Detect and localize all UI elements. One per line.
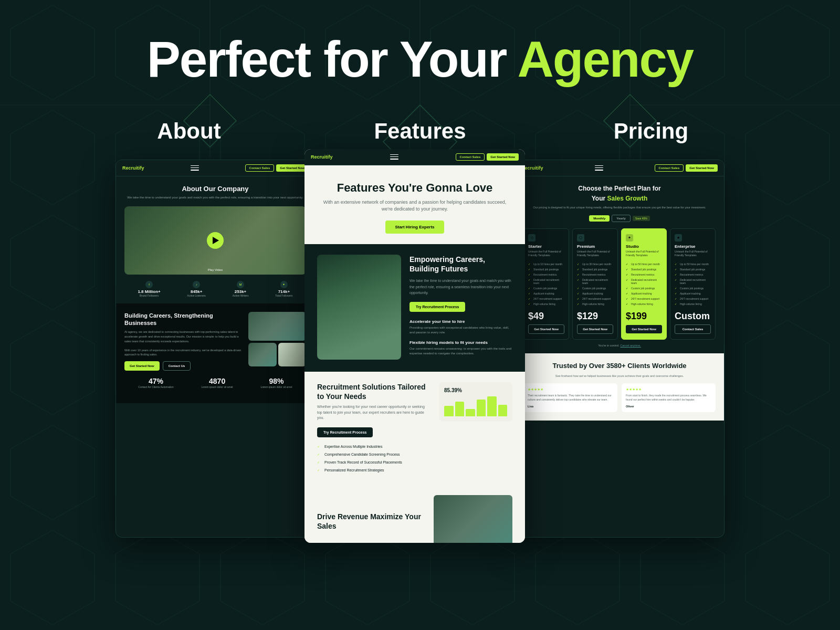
pricing-plans: ◇ Starter Unleash the Full Potential of … <box>523 228 716 340</box>
premium-feat5: Custom job postings <box>577 286 613 291</box>
features-list: Expertise Across Multiple Industries Com… <box>317 443 430 474</box>
studio-feat1: Up to 50 hires per month <box>626 261 662 267</box>
enterprise-feat1: Up to 50 hires per month <box>675 261 711 267</box>
main-wrapper: Perfect for Your Agency About Features P… <box>0 0 840 630</box>
starter-feat5: Custom job postings <box>528 286 564 291</box>
features-cta-btn[interactable]: Get Started Now <box>487 153 519 161</box>
enterprise-price: Custom <box>675 311 711 322</box>
stat3-value: 253k+ <box>233 289 249 294</box>
features-bottom-image <box>434 495 512 543</box>
studio-plan: ✦ Studio Unleash the Full Potential of F… <box>621 228 667 340</box>
about-contact-btn[interactable]: Contact Sales <box>245 164 275 172</box>
chart-bar-2 <box>455 402 465 416</box>
bottom-stat2: 4870 Lorem ipsum dolor sit amet <box>201 377 233 388</box>
stat3-label: Active Writers <box>233 294 249 297</box>
video-thumbnail[interactable]: Play Video <box>124 206 306 275</box>
video-label: Play Video <box>208 268 223 271</box>
stat2-value: 845k+ <box>187 289 206 294</box>
chart-bar-5 <box>487 396 497 416</box>
features-chart-area: 85.39% <box>439 382 512 474</box>
studio-name: Studio <box>626 244 662 249</box>
about-navbar: Recruitify Contact Sales Get Started Now <box>116 160 314 176</box>
starter-icon: ◇ <box>528 234 536 242</box>
about-cta-btn[interactable]: Get Started Now <box>276 164 308 172</box>
control-text: You're in control. <box>598 344 620 347</box>
features-menu-icon[interactable] <box>390 154 398 160</box>
stat4-value: 714k+ <box>275 289 292 294</box>
bottom-stat1-label: Contact for Clients Automation <box>138 385 174 388</box>
section2-img-top <box>248 312 306 341</box>
pricing-cta-btn[interactable]: Get Started Now <box>686 164 718 172</box>
pricing-menu-icon[interactable] <box>595 165 603 171</box>
mini-chart <box>444 395 507 416</box>
enterprise-feat7: 24/7 recruitment support <box>675 296 711 301</box>
yearly-toggle[interactable]: Yearly <box>612 215 631 222</box>
premium-feat8: High-volume hiring <box>577 301 613 307</box>
about-menu-icon[interactable] <box>191 165 199 171</box>
features-drive-revenue-section: Drive Revenue Maximize Your Sales <box>304 485 525 543</box>
features-s2-title: Recruitment Solutions Tailored to Your N… <box>317 382 430 401</box>
starter-feat3: Recruitment metrics <box>528 272 564 277</box>
features-empowering-section: Empowering Careers, Building Futures We … <box>304 244 525 372</box>
stat2-label: Active Listeners <box>187 294 206 297</box>
studio-feat2: Standard job postings <box>626 267 662 272</box>
premium-feat4: Dedicated recruitment team <box>577 277 613 286</box>
features-section1-sub: We take the time to understand your goal… <box>410 278 512 296</box>
contact-btn[interactable]: Contact Us <box>163 361 191 371</box>
section2-text: At agency, we are dedicated to connectin… <box>124 330 243 343</box>
features-s2-btn[interactable]: Try Recruitment Process <box>317 427 373 437</box>
about-card: Recruitify Contact Sales Get Started Now… <box>116 160 315 538</box>
pricing-nav-buttons: Contact Sales Get Started Now <box>655 164 718 172</box>
pricing-contact-btn[interactable]: Contact Sales <box>655 164 684 172</box>
pricing-navbar: Recruitify Contact Sales Get Started Now <box>515 160 724 176</box>
stat4-label: Total Followers <box>275 294 292 297</box>
premium-price: $129 <box>577 311 613 322</box>
features-card: Recruitify Contact Sales Get Started Now… <box>304 149 525 543</box>
studio-feat3: Recruitment metrics <box>626 272 662 277</box>
pricing-title-green: Sales Growth <box>607 195 648 202</box>
features-bottom-title: Drive Revenue Maximize Your Sales <box>317 512 425 531</box>
about-section2: Building Careers, Strengthening Business… <box>116 303 314 404</box>
features-list-item-4: Personalized Recruitment Strategies <box>317 466 430 474</box>
starter-tagline: Unleash the Full Potential of Friendly T… <box>528 250 564 257</box>
features-s2-sub: Whether you're looking for your next car… <box>317 404 430 421</box>
pricing-card: Recruitify Contact Sales Get Started Now… <box>514 160 724 538</box>
testimonial2-author: Oliver <box>626 405 711 408</box>
features-left-image <box>317 255 401 360</box>
enterprise-feat4: Dedicated recruitment team <box>675 277 711 286</box>
play-button[interactable] <box>207 232 224 249</box>
section2-img-bottom-right <box>278 343 307 366</box>
about-nav-buttons: Contact Sales Get Started Now <box>245 164 308 172</box>
features-nav-buttons: Contact Sales Get Started Now <box>456 153 519 161</box>
features-hero-btn[interactable]: Start Hiring Experts <box>385 220 444 234</box>
features-hero-title: Features You're Gonna Love <box>320 181 509 195</box>
stat-total-followers: ✦ 714k+ Total Followers <box>275 281 292 297</box>
studio-cta[interactable]: Get Started Now <box>626 325 662 333</box>
pricing-hero-title-line2: Your Sales Growth <box>523 195 716 203</box>
starter-feat1: Up to 10 hires per month <box>528 261 564 267</box>
features-hero-sub: With an extensive network of companies a… <box>320 199 509 213</box>
enterprise-cta[interactable]: Contact Sales <box>675 324 711 334</box>
enterprise-features: Up to 50 hires per month Standard job po… <box>675 261 711 307</box>
cancel-link[interactable]: Cancel anytime. <box>620 344 640 347</box>
bottom-stat3-value: 98% <box>260 377 292 385</box>
features-section1-btn[interactable]: Try Recruitment Process <box>410 302 465 312</box>
trusted-sub: See firsthand how we've helped businesse… <box>523 374 716 378</box>
studio-feat8: High-volume hiring <box>626 301 662 307</box>
monthly-toggle[interactable]: Monthly <box>589 215 610 222</box>
section2-img-bottom-left <box>248 343 277 366</box>
features-contact-btn[interactable]: Contact Sales <box>456 153 485 161</box>
testimonials: ★★★★★ Their recruitment team is fantasti… <box>523 383 716 412</box>
stat1-label: Brand Followers <box>138 294 160 297</box>
testimonial-2: ★★★★★ From start to finish, they made th… <box>622 383 716 412</box>
enterprise-name: Enterprise <box>675 244 711 249</box>
bottom-stat3-label: Lorem ipsum dolor sit amet <box>260 385 292 388</box>
get-started-btn[interactable]: Get Started Now <box>124 361 160 371</box>
feature-item-1: Accelerate your time to hire Providing c… <box>410 319 512 335</box>
testimonial2-text: From start to finish, they made the recr… <box>626 394 711 402</box>
premium-cta[interactable]: Get Started Now <box>577 324 613 334</box>
starter-cta[interactable]: Get Started Now <box>528 324 564 334</box>
enterprise-feat3: Recruitment metrics <box>675 272 711 277</box>
features-navbar: Recruitify Contact Sales Get Started Now <box>304 149 525 165</box>
about-label: About <box>74 119 304 144</box>
